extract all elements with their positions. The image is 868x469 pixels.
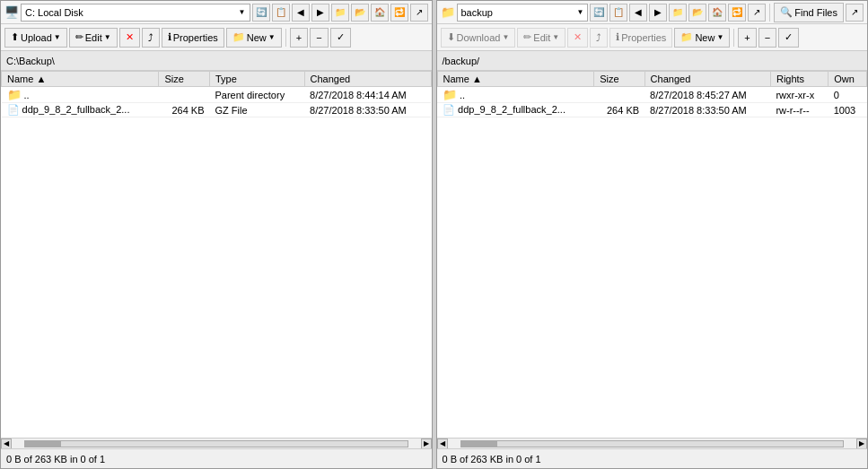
right-plus-btn[interactable]: + [738, 28, 756, 48]
right-file-list[interactable]: Name ▲ Size Changed Rights Own 📁 .. 8/27… [437, 71, 868, 438]
right-scroll-left[interactable]: ◀ [437, 439, 448, 449]
right-address-dropdown[interactable]: backup ▼ [457, 4, 589, 22]
right-move-button[interactable]: ⤴ [590, 28, 608, 48]
right-home-btn[interactable]: 🏠 [708, 4, 726, 22]
properties-icon: ℹ [168, 31, 171, 43]
right-cell-name: 📁 .. [437, 87, 594, 103]
left-col-type[interactable]: Type [210, 72, 305, 87]
right-col-name[interactable]: Name ▲ [437, 72, 594, 87]
left-back-btn[interactable]: ◀ [292, 4, 310, 22]
right-edit-button[interactable]: ✏ Edit ▼ [517, 28, 566, 48]
right-refresh-btn[interactable]: 🔄 [590, 4, 608, 22]
left-edit-button[interactable]: ✏ Edit ▼ [69, 28, 118, 48]
sync-icon: 🔁 [394, 7, 405, 17]
left-new-arrow: ▼ [268, 33, 276, 41]
right-cell-owner: 0 [829, 87, 867, 103]
left-col-changed[interactable]: Changed [304, 72, 431, 87]
right-scroll-right[interactable]: ▶ [856, 439, 867, 449]
left-cell-name: 📄 ddp_9_8_2_fullback_2... [2, 103, 159, 117]
bookmark-icon: 📋 [276, 7, 286, 17]
right-address-bar: 📁 backup ▼ 🔄 📋 ◀ ▶ 📁 [437, 1, 868, 24]
right-external-btn[interactable]: ↗ [748, 4, 766, 22]
left-properties-button[interactable]: ℹ Properties [162, 28, 224, 48]
left-table-row[interactable]: 📄 ddp_9_8_2_fullback_2... 264 KB GZ File… [2, 103, 432, 117]
left-address-text: C: Local Disk [25, 7, 83, 18]
download-button[interactable]: ⬇ Download ▼ [441, 28, 516, 48]
right-path-text: /backup/ [443, 56, 480, 66]
right-minus-icon: − [765, 32, 770, 43]
folder2-icon: 📂 [355, 7, 365, 17]
right-minus-btn[interactable]: − [758, 28, 776, 48]
left-cell-type: Parent directory [210, 87, 305, 103]
left-cell-size: 264 KB [159, 103, 210, 117]
check-icon: ✓ [337, 31, 345, 43]
right-scroll-track[interactable] [460, 440, 845, 447]
upload-icon: ⬆ [11, 31, 19, 43]
left-table-row[interactable]: 📁 .. Parent directory 8/27/2018 8:44:14 … [2, 87, 432, 103]
right-folder2-btn[interactable]: 📂 [688, 4, 706, 22]
find-files-button[interactable]: 🔍 Find Files [774, 3, 844, 22]
left-bookmark-btn[interactable]: 📋 [272, 4, 290, 22]
left-folder2-btn[interactable]: 📂 [351, 4, 369, 22]
right-forward-btn[interactable]: ▶ [649, 4, 667, 22]
right-col-size[interactable]: Size [594, 72, 644, 87]
left-minus-btn[interactable]: − [310, 28, 328, 48]
right-folder2-icon: 📂 [692, 7, 703, 17]
upload-button[interactable]: ⬆ Upload ▼ [4, 28, 67, 48]
left-folder-btn[interactable]: 📁 [331, 4, 349, 22]
left-external-btn[interactable]: ↗ [410, 4, 428, 22]
left-scroll-track[interactable] [24, 440, 408, 447]
right-check-btn[interactable]: ✓ [778, 28, 799, 48]
left-scroll-left[interactable]: ◀ [1, 439, 12, 449]
main-container: 🖥️ C: Local Disk ▼ 🔄 📋 ◀ ▶ � [0, 0, 868, 469]
left-edit-label: Edit [85, 32, 102, 43]
left-move-button[interactable]: ⤴ [142, 28, 160, 48]
left-sync-btn[interactable]: 🔁 [390, 4, 408, 22]
right-extra-icon: ↗ [851, 7, 858, 17]
right-table-row[interactable]: 📄 ddp_9_8_2_fullback_2... 264 KB 8/27/20… [437, 103, 867, 117]
right-back-icon: ◀ [635, 7, 642, 17]
right-toolbar: ⬇ Download ▼ ✏ Edit ▼ ✕ ⤴ ℹ Properties [437, 24, 868, 51]
right-status-text: 0 B of 263 KB in 0 of 1 [443, 454, 541, 465]
right-table-row[interactable]: 📁 .. 8/27/2018 8:45:27 AM rwxr-xr-x 0 [437, 87, 867, 103]
left-scroll-right[interactable]: ▶ [421, 439, 432, 449]
right-col-changed[interactable]: Changed [644, 72, 770, 87]
left-col-name[interactable]: Name ▲ [2, 72, 159, 87]
right-address-arrow: ▼ [576, 8, 583, 16]
right-scroll-area: ◀ ▶ [437, 438, 868, 448]
download-label: Download [457, 32, 501, 43]
left-check-btn[interactable]: ✓ [330, 28, 351, 48]
left-edit-arrow: ▼ [104, 33, 111, 41]
home-icon: 🏠 [374, 7, 385, 17]
right-sync-btn[interactable]: 🔁 [728, 4, 746, 22]
left-cell-changed: 8/27/2018 8:33:50 AM [304, 103, 431, 117]
right-col-rights[interactable]: Rights [770, 72, 828, 87]
folder-icon: 📁 [335, 7, 346, 17]
left-cell-changed: 8/27/2018 8:44:14 AM [304, 87, 431, 103]
left-new-folder-icon: 📁 [232, 31, 245, 43]
right-delete-button[interactable]: ✕ [567, 28, 588, 48]
left-refresh-btn[interactable]: 🔄 [252, 4, 270, 22]
left-plus-btn[interactable]: + [290, 28, 308, 48]
right-col-owner[interactable]: Own [829, 72, 867, 87]
left-path-bar: C:\Backup\ [1, 51, 432, 71]
left-new-label: New [247, 32, 267, 43]
left-forward-btn[interactable]: ▶ [311, 4, 329, 22]
right-new-button[interactable]: 📁 New ▼ [674, 28, 730, 48]
right-properties-button[interactable]: ℹ Properties [609, 28, 672, 48]
left-delete-button[interactable]: ✕ [119, 28, 140, 48]
left-new-button[interactable]: 📁 New ▼ [226, 28, 282, 48]
right-bookmark-btn[interactable]: 📋 [609, 4, 627, 22]
download-arrow: ▼ [502, 33, 509, 41]
left-col-size[interactable]: Size [159, 72, 210, 87]
left-panel: 🖥️ C: Local Disk ▼ 🔄 📋 ◀ ▶ � [0, 0, 433, 469]
right-cell-rights: rwxr-xr-x [770, 87, 828, 103]
right-back-btn[interactable]: ◀ [629, 4, 647, 22]
left-file-list[interactable]: Name ▲ Size Type Changed 📁 .. Parent dir… [1, 71, 432, 438]
right-extra-btn[interactable]: ↗ [846, 4, 864, 22]
left-address-dropdown[interactable]: C: Local Disk ▼ [21, 4, 250, 22]
left-drive-icon: 🖥️ [4, 5, 19, 19]
right-folder-btn[interactable]: 📁 [669, 4, 687, 22]
right-refresh-icon: 🔄 [593, 7, 604, 17]
left-home-btn[interactable]: 🏠 [371, 4, 389, 22]
